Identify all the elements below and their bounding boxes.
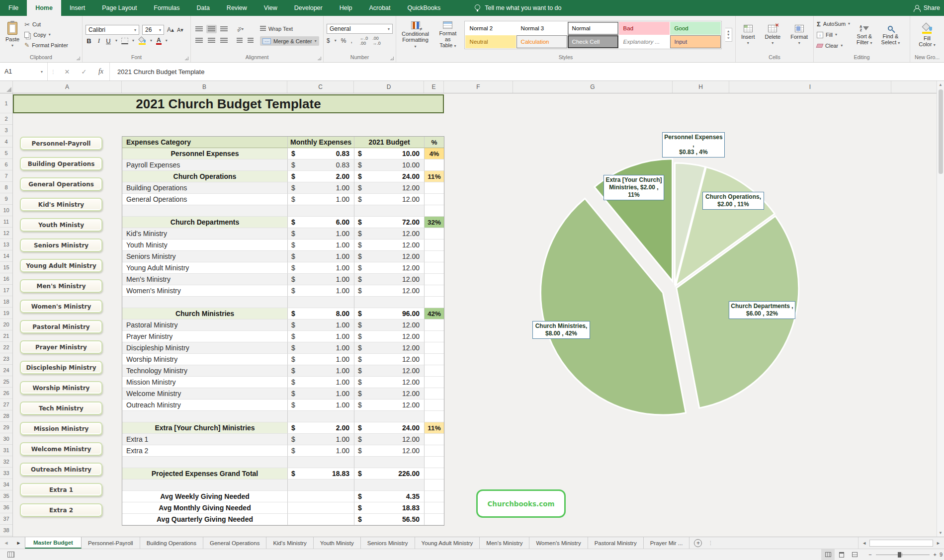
sheet-nav-right-icon[interactable]: ►	[12, 537, 25, 549]
pie-label-church-operations[interactable]: Church Operations, $2.00 , 11%	[702, 192, 764, 210]
blank-cell[interactable]	[354, 297, 425, 308]
zoom-out-button[interactable]: −	[868, 552, 871, 558]
blank-cell[interactable]	[122, 205, 288, 217]
budget-cell[interactable]: $12.00	[354, 434, 425, 445]
format-cells-button[interactable]: Format ▾	[788, 24, 810, 46]
style-chip-bad[interactable]: Bad	[619, 22, 670, 35]
blank-cell[interactable]	[425, 457, 444, 468]
blank-cell[interactable]	[425, 205, 444, 217]
blank-cell[interactable]	[288, 480, 354, 491]
budget-cell[interactable]: $10.00	[354, 148, 425, 160]
align-bottom-button[interactable]	[219, 25, 229, 33]
percent-cell[interactable]	[425, 468, 444, 480]
row-header-14[interactable]: 14	[0, 250, 12, 262]
sheet-tab-young-adult-ministry[interactable]: Young Adult Ministry	[415, 537, 480, 549]
number-format-dropdown-icon[interactable]: ▾	[388, 27, 390, 31]
ribbon-tab-help[interactable]: Help	[331, 0, 361, 16]
sheet-tab-kid-s-ministry[interactable]: Kid's Ministry	[266, 537, 313, 549]
monthly-cell[interactable]: $2.00	[288, 422, 354, 434]
monthly-cell[interactable]: $1.00	[288, 388, 354, 400]
column-header-i[interactable]: I	[729, 81, 891, 93]
wrap-text-button[interactable]: Wrap Text	[260, 24, 319, 33]
monthly-cell[interactable]: $1.00	[288, 274, 354, 285]
fill-button[interactable]: ↓ Fill ▾	[817, 30, 850, 40]
percent-cell[interactable]	[425, 182, 444, 194]
alignment-dialog-launcher-icon[interactable]	[318, 57, 321, 60]
sheet-tab-seniors-ministry[interactable]: Seniors Ministry	[361, 537, 415, 549]
hscroll-left-icon[interactable]: ◄	[860, 541, 868, 546]
budget-pie-chart[interactable]	[517, 147, 835, 435]
budget-cell[interactable]: $12.00	[354, 251, 425, 262]
number-format-combo[interactable]: General ▾	[327, 24, 393, 34]
row-label[interactable]: Seniors Ministry	[122, 251, 288, 262]
bold-button[interactable]: B	[86, 37, 92, 45]
budget-cell[interactable]: $12.00	[354, 240, 425, 251]
row-label[interactable]: Church Departments	[122, 217, 288, 228]
horizontal-scroll-track[interactable]	[869, 540, 933, 547]
percent-cell[interactable]	[425, 365, 444, 377]
column-header-d[interactable]: D	[354, 81, 424, 93]
sidebar-button-worship-ministry[interactable]: Worship Ministry	[20, 381, 102, 395]
orientation-button[interactable]: ab▾	[235, 25, 245, 33]
monthly-cell[interactable]: $1.00	[288, 194, 354, 205]
ribbon-tab-view[interactable]: View	[256, 0, 286, 16]
row-header-3[interactable]: 3	[0, 125, 12, 136]
style-chip-normal[interactable]: Normal	[568, 22, 618, 35]
percent-cell[interactable]	[425, 240, 444, 251]
blank-cell[interactable]	[122, 480, 288, 491]
row-header-25[interactable]: 25	[0, 376, 12, 388]
paste-dropdown-icon[interactable]: ▾	[11, 44, 13, 48]
insert-cells-button[interactable]: Insert ▾	[739, 24, 758, 46]
style-chip-check-cell[interactable]: Check Cell	[568, 35, 618, 48]
decrease-indent-button[interactable]	[235, 36, 244, 45]
budget-cell[interactable]: $12.00	[354, 331, 425, 342]
blank-cell[interactable]	[122, 297, 288, 308]
budget-cell[interactable]: $12.00	[354, 262, 425, 274]
percent-cell[interactable]: 11%	[425, 422, 444, 434]
blank-cell[interactable]	[288, 205, 354, 217]
sidebar-button-women-s-ministry[interactable]: Women's Ministry	[20, 300, 102, 313]
row-header-13[interactable]: 13	[0, 239, 12, 250]
font-name-dropdown-icon[interactable]: ▾	[134, 28, 136, 32]
row-header-36[interactable]: 36	[0, 502, 12, 513]
row-label[interactable]: Projected Expenses Grand Total	[122, 468, 288, 480]
row-header-9[interactable]: 9	[0, 193, 12, 205]
monthly-cell[interactable]: $1.00	[288, 331, 354, 342]
accounting-format-button[interactable]: $	[327, 37, 330, 44]
row-label[interactable]: Extra 1	[122, 434, 288, 445]
row-label[interactable]: Church Ministries	[122, 308, 288, 320]
share-button[interactable]: Share	[914, 0, 944, 16]
monthly-cell[interactable]: $1.00	[288, 377, 354, 388]
row-header-33[interactable]: 33	[0, 468, 12, 479]
cancel-icon[interactable]: ✕	[59, 68, 76, 76]
ribbon-tab-formulas[interactable]: Formulas	[145, 0, 188, 16]
autosum-button[interactable]: Σ AutoSum ▾	[817, 19, 850, 29]
enter-icon[interactable]: ✓	[76, 68, 92, 76]
row-label[interactable]: Extra [Your Church] Ministries	[122, 422, 288, 434]
column-header-f[interactable]: F	[444, 81, 513, 93]
delete-cells-button[interactable]: Delete ▾	[762, 24, 783, 46]
row-header-11[interactable]: 11	[0, 216, 12, 228]
font-dialog-launcher-icon[interactable]	[185, 57, 188, 60]
blank-cell[interactable]	[354, 411, 425, 422]
percent-cell[interactable]	[425, 285, 444, 297]
gallery-up-icon[interactable]: ▲	[727, 29, 730, 33]
decrease-decimal-button[interactable]: .00→.0	[372, 36, 381, 46]
insert-function-icon[interactable]: fx	[92, 68, 109, 76]
copy-dropdown-icon[interactable]: ▾	[49, 33, 51, 37]
ribbon-tab-page-layout[interactable]: Page Layout	[93, 0, 145, 16]
zoom-slider-thumb[interactable]	[898, 552, 901, 558]
percent-cell[interactable]: 11%	[425, 171, 444, 182]
blank-cell[interactable]	[354, 205, 425, 217]
ribbon-tab-review[interactable]: Review	[218, 0, 256, 16]
format-as-table-button[interactable]: Format as Table ▾	[435, 20, 461, 49]
column-header-h[interactable]: H	[673, 81, 729, 93]
blank-cell[interactable]	[425, 411, 444, 422]
row-header-6[interactable]: 6	[0, 159, 12, 170]
monthly-cell[interactable]	[288, 491, 354, 502]
monthly-cell[interactable]: $1.00	[288, 240, 354, 251]
monthly-cell[interactable]: $1.00	[288, 434, 354, 445]
percent-cell[interactable]	[425, 445, 444, 457]
sheet-tab-women-s-ministry[interactable]: Women's Ministry	[529, 537, 588, 549]
normal-view-button[interactable]	[821, 549, 835, 560]
